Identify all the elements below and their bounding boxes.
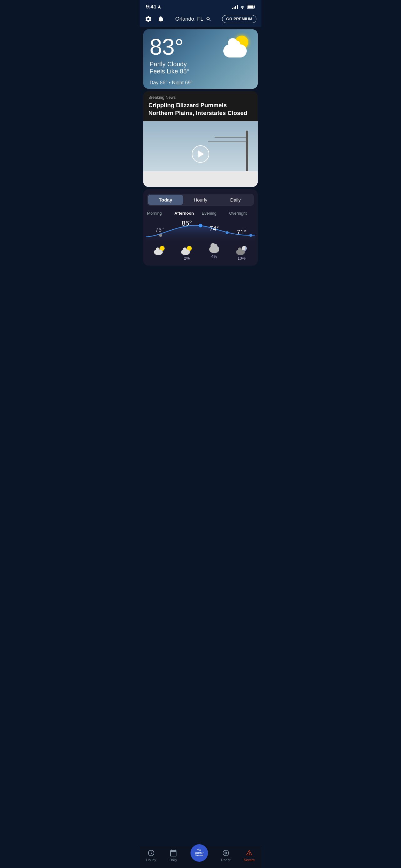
bottom-nav: Hourly Daily TheWeatherChannel Radar Sev… bbox=[140, 846, 261, 868]
nav-radar-label: Radar bbox=[221, 858, 231, 862]
day-night-temps: Day 86° • Night 69° bbox=[149, 80, 252, 86]
header-left bbox=[144, 15, 165, 23]
evening-precip: 4% bbox=[211, 254, 217, 259]
weather-icons-row: 2% 4% 10% bbox=[143, 246, 258, 260]
wifi-icon bbox=[239, 5, 245, 9]
morning-weather-icon bbox=[154, 246, 165, 255]
forecast-section: Today Hourly Daily Morning 76° Afternoon… bbox=[143, 189, 258, 266]
status-right bbox=[232, 5, 255, 9]
tod-afternoon-label: Afternoon bbox=[173, 211, 194, 216]
bell-icon[interactable] bbox=[157, 15, 165, 23]
tiny-cloud-2 bbox=[181, 250, 190, 255]
forecast-tabs: Today Hourly Daily bbox=[147, 194, 254, 206]
afternoon-precip: 2% bbox=[184, 256, 190, 260]
status-bar: 9:41 bbox=[140, 0, 261, 12]
day-temp: Day 86° bbox=[149, 80, 167, 85]
svg-rect-4 bbox=[249, 854, 249, 855]
timeofday-labels: Morning 76° Afternoon 85° Evening 74° Ov… bbox=[143, 211, 258, 237]
breaking-label: Breaking News bbox=[148, 95, 253, 100]
nav-twc-label: TheWeatherChannel bbox=[195, 849, 204, 857]
tod-afternoon-temp: 85° bbox=[182, 219, 192, 227]
weather-card-content: 83° Partly Cloudy Feels Like 85° Day 86°… bbox=[143, 29, 258, 89]
tab-hourly[interactable]: Hourly bbox=[183, 195, 218, 205]
news-video[interactable] bbox=[143, 121, 258, 187]
nav-daily[interactable]: Daily bbox=[170, 849, 177, 862]
tod-evening: Evening 74° bbox=[201, 211, 228, 237]
news-title: Crippling Blizzard Pummels Northern Plai… bbox=[148, 101, 253, 117]
power-lines bbox=[246, 131, 248, 171]
nav-hourly[interactable]: Hourly bbox=[146, 849, 156, 862]
current-weather-card: 83° Partly Cloudy Feels Like 85° Day 86°… bbox=[143, 29, 258, 89]
nav-severe-label: Severe bbox=[244, 858, 255, 862]
play-button[interactable] bbox=[192, 145, 209, 163]
tod-morning-label: Morning bbox=[146, 211, 162, 216]
snow-ground bbox=[143, 171, 258, 187]
feels-like: Feels Like 85° bbox=[149, 68, 252, 75]
tod-evening-label: Evening bbox=[201, 211, 216, 216]
header-center: Orlando, FL bbox=[175, 16, 211, 22]
tod-overnight: Overnight 71° bbox=[228, 211, 256, 237]
location-arrow-icon bbox=[158, 5, 161, 9]
nav-hourly-label: Hourly bbox=[146, 858, 156, 862]
nav-radar[interactable]: Radar bbox=[221, 849, 231, 862]
play-triangle-icon bbox=[198, 151, 204, 157]
evening-icon-cell: 4% bbox=[201, 246, 228, 260]
tod-morning: Morning 76° bbox=[146, 211, 173, 237]
svg-rect-3 bbox=[249, 852, 249, 854]
severe-icon bbox=[245, 849, 253, 857]
location-label: Orlando, FL bbox=[175, 16, 203, 22]
tab-daily[interactable]: Daily bbox=[218, 195, 253, 205]
battery-icon bbox=[247, 5, 255, 9]
breaking-news-card: Breaking News Crippling Blizzard Pummels… bbox=[143, 91, 258, 187]
svg-rect-1 bbox=[255, 6, 255, 8]
news-header: Breaking News Crippling Blizzard Pummels… bbox=[143, 91, 258, 121]
calendar-icon bbox=[170, 849, 177, 857]
afternoon-icon-cell: 2% bbox=[173, 246, 201, 260]
nav-severe[interactable]: Severe bbox=[244, 849, 255, 862]
tod-evening-temp: 74° bbox=[209, 225, 219, 232]
overnight-icon-cell: 10% bbox=[228, 246, 256, 260]
tod-morning-temp: 76° bbox=[155, 227, 164, 234]
nav-daily-label: Daily bbox=[170, 858, 177, 862]
tod-afternoon: Afternoon 85° bbox=[173, 211, 201, 237]
day-night-separator: • bbox=[169, 80, 171, 85]
radar-icon bbox=[222, 849, 230, 857]
morning-icon-cell bbox=[146, 246, 173, 260]
signal-bars bbox=[232, 5, 238, 9]
evening-weather-icon bbox=[209, 246, 219, 253]
clock-icon bbox=[147, 849, 155, 857]
time-display: 9:41 bbox=[146, 4, 157, 10]
search-icon[interactable] bbox=[206, 16, 211, 22]
night-temp: Night 69° bbox=[172, 80, 193, 85]
tab-today[interactable]: Today bbox=[148, 195, 183, 205]
tiny-moon-cloud-shape bbox=[236, 250, 245, 255]
weather-condition: Partly Cloudy bbox=[149, 61, 252, 68]
nav-twc-center[interactable]: TheWeatherChannel bbox=[191, 844, 208, 862]
tiny-cloud bbox=[154, 250, 163, 255]
afternoon-weather-icon bbox=[181, 246, 192, 255]
app-header: Orlando, FL GO PREMIUM bbox=[140, 12, 261, 27]
tod-overnight-label: Overnight bbox=[228, 211, 247, 216]
svg-rect-2 bbox=[248, 6, 254, 8]
overnight-precip: 10% bbox=[237, 256, 245, 260]
go-premium-button[interactable]: GO PREMIUM bbox=[222, 15, 257, 23]
status-time: 9:41 bbox=[146, 4, 161, 10]
current-temperature: 83° bbox=[149, 36, 252, 58]
overnight-weather-icon bbox=[236, 246, 247, 255]
tod-overnight-temp: 71° bbox=[237, 229, 246, 236]
settings-icon[interactable] bbox=[144, 15, 152, 23]
